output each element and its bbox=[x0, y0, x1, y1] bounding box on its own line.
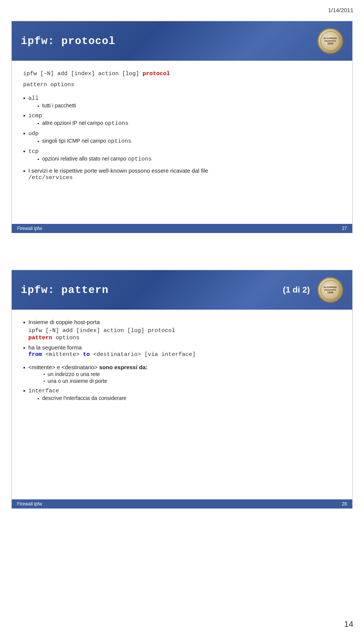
sub-udp: singoli tipi ICMP nel campo options bbox=[38, 138, 132, 145]
slide-2-cmd-block: ipfw [-N] add [index] action [log] proto… bbox=[28, 327, 175, 341]
etc-services: /etc/services bbox=[28, 175, 73, 181]
badge2-middle-text: DIGNITATIS bbox=[325, 289, 336, 291]
slide-2-label: (1 di 2) bbox=[283, 285, 310, 295]
slide-2-extra: <mittente> e <destinatario> sono espress… bbox=[23, 364, 341, 403]
page-date: 1/14/2011 bbox=[328, 7, 353, 13]
slide-1-cmd-part2: pattern options bbox=[23, 82, 74, 88]
forma-text: ha la seguente forma bbox=[28, 344, 82, 351]
sub-all: tutti i pacchetti bbox=[38, 102, 76, 109]
slide-1-bullets: all tutti i pacchetti icmp altre opzioni… bbox=[23, 94, 341, 181]
sub-mittente: un indirizzo o una rete una o un insieme… bbox=[44, 371, 147, 384]
slide-2: ipfw: pattern (1 di 2) IN SUPREMA DIGNIT… bbox=[11, 270, 353, 509]
slide-1-cmd-protocol-label: protocol bbox=[143, 71, 170, 77]
sub-mittente-1: un indirizzo o una rete bbox=[44, 371, 147, 377]
slide-1-badge: IN SUPREMA DIGNITATIS 1343 bbox=[317, 28, 343, 54]
slide-2-badge: IN SUPREMA DIGNITATIS 1343 bbox=[317, 277, 343, 303]
bullet-tcp: tcp opzioni relative allo stato nel camp… bbox=[23, 148, 341, 164]
slide-2-title: ipfw: pattern bbox=[21, 284, 108, 296]
interface-label: interface bbox=[28, 388, 59, 394]
mittente-bold: sono espressi da: bbox=[99, 364, 147, 370]
slide-1-footer: Firewall ipfw 27 bbox=[12, 224, 352, 233]
slide-2-footer: Firewall ipfw 28 bbox=[12, 499, 352, 508]
sub-interface: descrive l'interfaccia da considerare bbox=[38, 395, 127, 401]
badge-middle-text: DIGNITATIS bbox=[325, 40, 336, 43]
slide-1-header: ipfw: protocol IN SUPREMA DIGNITATIS 134… bbox=[12, 21, 352, 61]
slide-2-cmd-pattern: pattern bbox=[28, 335, 52, 341]
slide-1-main-command: ipfw [-N] add [index] action [log] proto… bbox=[23, 70, 341, 79]
bullet-altre: icmp altre opzioni IP nel campo options bbox=[23, 112, 341, 128]
slide-1-footer-right: 27 bbox=[342, 226, 347, 231]
page-slide-number: 14 bbox=[344, 619, 353, 629]
from-code: from bbox=[28, 351, 42, 358]
to-rest: <destinatario> [via interface] bbox=[90, 351, 196, 358]
sub-tcp: opzioni relative allo stato nel campo op… bbox=[38, 156, 152, 162]
slide-2-footer-left: Firewall ipfw bbox=[17, 501, 42, 507]
sub-tcp-1: opzioni relative allo stato nel campo op… bbox=[38, 156, 152, 162]
slide-2-extra-bullets: <mittente> e <destinatario> sono espress… bbox=[23, 364, 341, 403]
slide-2-bullets: Insieme di coppie host-porta ipfw [-N] a… bbox=[23, 319, 341, 358]
badge2-year: 1343 bbox=[327, 291, 333, 294]
to-code: to bbox=[80, 351, 90, 358]
badge-top-text: IN SUPREMA bbox=[324, 37, 337, 40]
servizi-text: I servizi e le rispettive porte well-kno… bbox=[28, 167, 208, 174]
slide-1-main-command2: pattern options bbox=[23, 81, 341, 90]
bullet-forma: ha la seguente forma from <mittente> to … bbox=[23, 344, 341, 358]
slide-1-title: ipfw: protocol bbox=[21, 35, 115, 47]
slide-2-header: ipfw: pattern (1 di 2) IN SUPREMA DIGNIT… bbox=[12, 270, 352, 310]
from-rest: <mittente> bbox=[42, 351, 80, 358]
bullet-servizi: I servizi e le rispettive porte well-kno… bbox=[23, 167, 341, 181]
badge2-top-text: IN SUPREMA bbox=[324, 286, 337, 289]
bullet-insieme: Insieme di coppie host-porta ipfw [-N] a… bbox=[23, 319, 341, 341]
slide-2-cmd-options: options bbox=[52, 335, 80, 341]
slide-2-content: Insieme di coppie host-porta ipfw [-N] a… bbox=[12, 310, 352, 520]
sub-altre: altre opzioni IP nel campo options bbox=[38, 120, 129, 127]
slide-2-cmd-1: ipfw [-N] add [index] action [log] proto… bbox=[28, 327, 175, 334]
slide-2-footer-right: 28 bbox=[342, 501, 347, 507]
bullet-udp: udp singoli tipi ICMP nel campo options bbox=[23, 130, 341, 146]
mittente-start: <mittente> e <destinatario> sono espress… bbox=[28, 364, 147, 370]
bullet-mittente: <mittente> e <destinatario> sono espress… bbox=[23, 364, 341, 385]
sub-altre-1: altre opzioni IP nel campo options bbox=[38, 120, 129, 127]
slide-2-header-right: (1 di 2) IN SUPREMA DIGNITATIS 1343 bbox=[283, 277, 343, 303]
insieme-text: Insieme di coppie host-porta bbox=[28, 319, 100, 325]
slide-1-cmd-part1: ipfw [-N] add [index] action [log] bbox=[23, 71, 139, 77]
sub-all-1: tutti i pacchetti bbox=[38, 102, 76, 109]
slide-1-content: ipfw [-N] add [index] action [log] proto… bbox=[12, 61, 352, 244]
sub-interface-1: descrive l'interfaccia da considerare bbox=[38, 395, 127, 401]
bullet-all: all tutti i pacchetti bbox=[23, 94, 341, 110]
sub-udp-1: singoli tipi ICMP nel campo options bbox=[38, 138, 132, 145]
badge-year: 1343 bbox=[327, 42, 333, 45]
slide-1-footer-left: Firewall ipfw bbox=[17, 226, 42, 231]
slide-1: ipfw: protocol IN SUPREMA DIGNITATIS 134… bbox=[11, 21, 353, 233]
sub-mittente-2: una o un insieme di porte bbox=[44, 378, 147, 384]
bullet-interface: interface descrive l'interfaccia da cons… bbox=[23, 387, 341, 403]
